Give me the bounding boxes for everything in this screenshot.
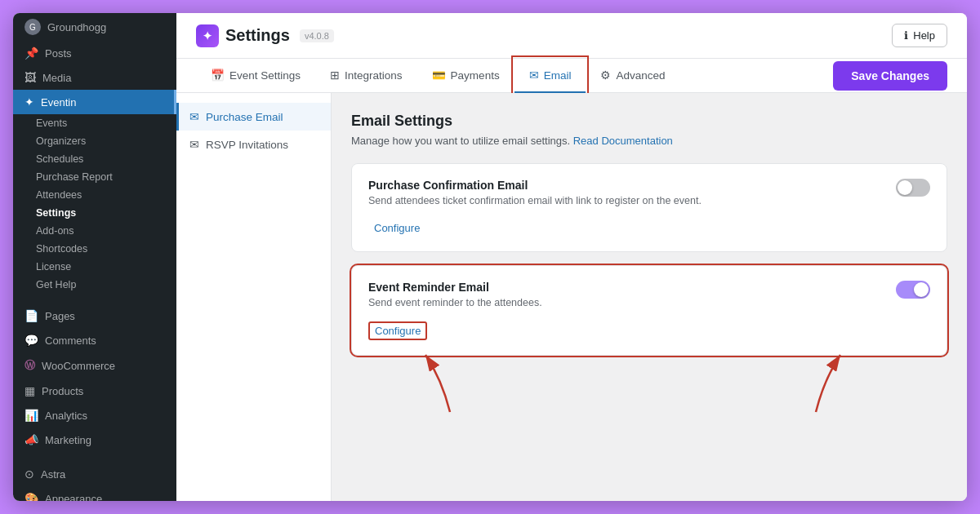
tab-email-label: Email	[544, 69, 572, 82]
tab-payments-label: Payments	[451, 69, 500, 82]
purchase-confirmation-desc: Send attendees ticket confirmation email…	[368, 195, 702, 206]
submenu-events[interactable]: Events	[13, 114, 176, 132]
sidebar-item-media[interactable]: 🖼 Media	[13, 65, 176, 90]
toggle-knob-reminder	[914, 282, 929, 297]
purchase-confirmation-title: Purchase Confirmation Email	[368, 179, 702, 192]
sidebar-brand[interactable]: G Groundhogg	[13, 13, 176, 41]
payments-icon: 💳	[432, 69, 446, 82]
event-reminder-toggle[interactable]	[896, 281, 930, 299]
sidebar-item-products[interactable]: ▦ Products	[13, 379, 176, 403]
submenu-schedules[interactable]: Schedules	[13, 150, 176, 168]
sidebar-label-comments: Comments	[45, 335, 96, 347]
arrow-configure	[401, 347, 499, 420]
left-nav-rsvp-label: RSVP Invitations	[206, 139, 288, 151]
app-logo: ✦	[196, 24, 219, 47]
marketing-icon: 📣	[24, 433, 38, 446]
purchase-confirmation-configure-link[interactable]: Configure	[368, 219, 425, 237]
card-header-reminder: Event Reminder Email Send event reminder…	[368, 281, 930, 308]
version-badge: v4.0.8	[300, 29, 334, 42]
purchase-email-icon: ✉	[189, 110, 199, 123]
tab-integrations[interactable]: ⊞ Integrations	[315, 59, 417, 93]
help-button[interactable]: ℹ Help	[892, 24, 947, 47]
sidebar-item-eventin[interactable]: ✦ Eventin	[13, 90, 176, 114]
sidebar-label-astra: Astra	[41, 468, 65, 481]
left-nav: ✉ Purchase Email ✉ RSVP Invitations	[176, 93, 332, 501]
save-changes-button[interactable]: Save Changes	[833, 61, 947, 91]
event-reminder-card: Event Reminder Email Send event reminder…	[351, 265, 947, 356]
help-icon: ℹ	[904, 29, 908, 42]
posts-icon: 📌	[24, 47, 38, 60]
read-documentation-link[interactable]: Read Documentation	[573, 135, 673, 147]
eventin-icon: ✦	[24, 95, 34, 109]
event-reminder-desc: Send event reminder to the attendees.	[368, 297, 542, 308]
astra-icon: ⊙	[24, 467, 34, 481]
tab-advanced-label: Advanced	[616, 69, 665, 82]
sidebar-label-products: Products	[42, 385, 83, 397]
card-text-reminder: Event Reminder Email Send event reminder…	[368, 281, 542, 308]
woocommerce-icon: Ⓦ	[24, 358, 35, 373]
groundhogg-icon: G	[24, 19, 41, 35]
content-area: ✉ Purchase Email ✉ RSVP Invitations Emai…	[176, 93, 967, 501]
submenu-get-help[interactable]: Get Help	[13, 276, 176, 294]
sidebar-item-posts[interactable]: 📌 Posts	[13, 41, 176, 65]
purchase-confirmation-card: Purchase Confirmation Email Send attende…	[351, 163, 947, 252]
appearance-icon: 🎨	[24, 492, 38, 501]
tab-event-settings[interactable]: 📅 Event Settings	[196, 59, 315, 93]
submenu-settings[interactable]: Settings	[13, 204, 176, 222]
toggle-knob-purchase	[898, 180, 912, 195]
sidebar-label-pages: Pages	[45, 310, 75, 322]
tabs-bar: 📅 Event Settings ⊞ Integrations 💳 Paymen…	[176, 59, 967, 93]
sidebar-label-marketing: Marketing	[45, 434, 91, 446]
sidebar-item-appearance[interactable]: 🎨 Appearance	[13, 486, 176, 501]
sidebar-brand-label: Groundhogg	[47, 21, 106, 33]
page-title: Settings	[225, 26, 290, 45]
main-content: ✦ Settings v4.0.8 ℹ Help 📅 Event Setting…	[176, 13, 967, 501]
left-nav-purchase-email[interactable]: ✉ Purchase Email	[176, 103, 331, 131]
sidebar-label-woocommerce: WooCommerce	[42, 360, 115, 372]
products-icon: ▦	[24, 384, 35, 397]
purchase-confirmation-toggle[interactable]	[896, 179, 930, 197]
help-label: Help	[913, 29, 935, 42]
arrow-toggle	[767, 347, 865, 420]
card-text-purchase: Purchase Confirmation Email Send attende…	[368, 179, 702, 206]
submenu-shortcodes[interactable]: Shortcodes	[13, 240, 176, 258]
sidebar-item-comments[interactable]: 💬 Comments	[13, 328, 176, 352]
advanced-icon: ⚙	[600, 69, 611, 82]
submenu-add-ons[interactable]: Add-ons	[13, 222, 176, 240]
section-description: Manage how you want to utilize email set…	[351, 135, 947, 147]
right-content: Email Settings Manage how you want to ut…	[332, 93, 967, 501]
comments-icon: 💬	[24, 334, 38, 347]
tab-payments[interactable]: 💳 Payments	[417, 59, 514, 93]
tab-advanced[interactable]: ⚙ Advanced	[586, 59, 679, 93]
card-header-purchase: Purchase Confirmation Email Send attende…	[368, 179, 930, 206]
submenu-license[interactable]: License	[13, 258, 176, 276]
sidebar-label-eventin: Eventin	[41, 96, 76, 109]
topbar: ✦ Settings v4.0.8 ℹ Help	[176, 13, 967, 59]
sidebar-label-analytics: Analytics	[45, 410, 87, 422]
submenu-organizers[interactable]: Organizers	[13, 132, 176, 150]
media-icon: 🖼	[24, 71, 36, 84]
pages-icon: 📄	[24, 309, 38, 322]
sidebar-item-astra[interactable]: ⊙ Astra	[13, 462, 176, 486]
sidebar-label-media: Media	[42, 72, 71, 84]
rsvp-icon: ✉	[189, 138, 199, 151]
sidebar-label-posts: Posts	[45, 47, 72, 60]
sidebar-item-pages[interactable]: 📄 Pages	[13, 304, 176, 328]
sidebar-item-woocommerce[interactable]: Ⓦ WooCommerce	[13, 352, 176, 379]
tab-email[interactable]: ✉ Email	[514, 59, 586, 93]
event-reminder-configure-link[interactable]: Configure	[368, 321, 427, 340]
section-title: Email Settings	[351, 113, 947, 130]
submenu-purchase-report[interactable]: Purchase Report	[13, 168, 176, 186]
tab-event-settings-label: Event Settings	[229, 69, 301, 82]
sidebar-item-analytics[interactable]: 📊 Analytics	[13, 403, 176, 428]
sidebar-label-appearance: Appearance	[45, 493, 102, 502]
left-nav-rsvp-invitations[interactable]: ✉ RSVP Invitations	[176, 131, 331, 158]
submenu-attendees[interactable]: Attendees	[13, 186, 176, 204]
eventin-submenu: Events Organizers Schedules Purchase Rep…	[13, 114, 176, 294]
tab-integrations-label: Integrations	[345, 69, 403, 82]
sidebar-item-marketing[interactable]: 📣 Marketing	[13, 428, 176, 452]
analytics-icon: 📊	[24, 409, 38, 422]
left-nav-purchase-email-label: Purchase Email	[206, 111, 283, 123]
event-reminder-title: Event Reminder Email	[368, 281, 542, 294]
email-icon: ✉	[529, 69, 539, 82]
